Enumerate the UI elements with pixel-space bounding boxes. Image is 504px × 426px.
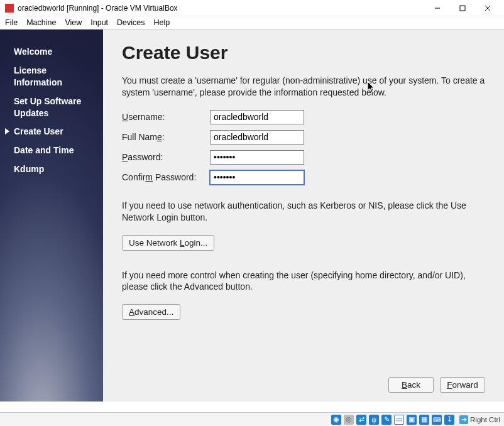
row-username: Username: — [122, 110, 485, 124]
use-network-login-button[interactable]: Use Network Login... — [122, 235, 214, 251]
window-title: oracledbworld [Running] - Oracle VM Virt… — [18, 4, 425, 13]
guest-display: Welcome License Information Set Up Softw… — [0, 30, 504, 401]
menu-devices[interactable]: Devices — [117, 18, 145, 27]
host-key-label: Right Ctrl — [470, 416, 500, 423]
wizard-nav: Back Forward — [388, 377, 485, 393]
close-button[interactable] — [475, 0, 500, 16]
recording-indicator-icon[interactable]: ▣ — [407, 415, 417, 425]
network-login-hint: If you need to use network authenticatio… — [122, 200, 485, 224]
row-fullname: Full Name: — [122, 130, 485, 145]
host-key-indicator[interactable]: ➜ Right Ctrl — [459, 415, 500, 424]
advanced-button[interactable]: Advanced... — [122, 304, 180, 320]
row-password: Password: — [122, 150, 485, 165]
sidebar-item-create-user[interactable]: Create User — [14, 126, 96, 138]
audio-indicator-icon[interactable]: ▦ — [419, 415, 429, 425]
window-titlebar: oracledbworld [Running] - Oracle VM Virt… — [0, 0, 504, 16]
advanced-hint: If you need more control when creating t… — [122, 270, 485, 293]
mouse-integration-indicator-icon[interactable]: ↧ — [444, 415, 454, 425]
menu-bar: File Machine View Input Devices Help — [0, 16, 504, 30]
menu-input[interactable]: Input — [90, 18, 108, 27]
svg-rect-1 — [460, 6, 465, 11]
virtualbox-app-icon — [5, 4, 14, 13]
fullname-field[interactable] — [210, 130, 304, 145]
back-button[interactable]: Back — [388, 377, 434, 393]
menu-file[interactable]: File — [5, 18, 18, 27]
menu-view[interactable]: View — [65, 18, 82, 27]
main-panel: Create User You must create a 'username'… — [103, 30, 504, 401]
intro-text: You must create a 'username' for regular… — [122, 75, 485, 99]
row-confirm: Confirm Password: — [122, 170, 485, 185]
display-indicator-icon[interactable]: ▭ — [394, 415, 404, 425]
shared-folder-indicator-icon[interactable]: ✎ — [381, 415, 392, 425]
sidebar-item-kdump[interactable]: Kdump — [14, 163, 96, 175]
label-username: Username: — [122, 112, 210, 122]
label-fullname: Full Name: — [122, 132, 210, 142]
hard-disk-indicator-icon[interactable]: ◉ — [331, 415, 341, 425]
network-indicator-icon[interactable]: ⇄ — [356, 415, 366, 425]
keyboard-indicator-icon[interactable]: ⌨ — [432, 415, 442, 425]
sidebar-item-date-time[interactable]: Date and Time — [14, 145, 96, 156]
host-key-arrow-icon: ➜ — [459, 415, 468, 424]
usb-indicator-icon[interactable]: ψ — [369, 415, 379, 425]
vm-status-bar: ◉ ◎ ⇄ ψ ✎ ▭ ▣ ▦ ⌨ ↧ ➜ Right Ctrl — [0, 412, 504, 426]
maximize-button[interactable] — [450, 0, 475, 16]
label-password: Password: — [122, 152, 210, 162]
optical-drive-indicator-icon[interactable]: ◎ — [344, 415, 354, 425]
password-field[interactable] — [210, 150, 304, 165]
sidebar-item-software-updates[interactable]: Set Up Software Updates — [14, 96, 96, 119]
menu-help[interactable]: Help — [154, 18, 170, 27]
sidebar-item-license[interactable]: License Information — [14, 65, 96, 89]
forward-button[interactable]: Forward — [440, 377, 485, 393]
page-title: Create User — [122, 42, 485, 63]
setup-sidebar: Welcome License Information Set Up Softw… — [0, 30, 103, 401]
confirm-password-field[interactable] — [210, 170, 304, 185]
menu-machine[interactable]: Machine — [26, 18, 56, 27]
label-confirm-password: Confirm Password: — [122, 172, 210, 182]
username-field[interactable] — [210, 110, 304, 124]
sidebar-item-welcome[interactable]: Welcome — [14, 46, 96, 58]
minimize-button[interactable] — [425, 0, 450, 16]
